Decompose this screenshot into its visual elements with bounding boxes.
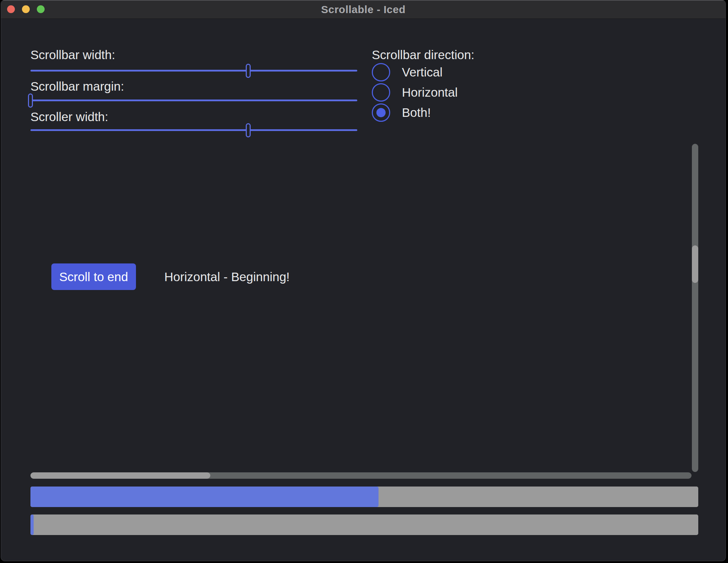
scroll-position-status: Horizontal - Beginning! xyxy=(164,263,290,290)
horizontal-progress-bar xyxy=(30,487,698,507)
scrollbar-direction-label: Scrollbar direction: xyxy=(372,47,474,63)
scrollbar-margin-label: Scrollbar margin: xyxy=(30,79,124,94)
slider-rail xyxy=(30,70,357,72)
radio-both[interactable]: Both! xyxy=(372,103,458,122)
window-content: Scrollbar width: Scrollbar margin: Scrol… xyxy=(1,19,726,561)
radio-vertical[interactable]: Vertical xyxy=(372,63,458,81)
slider-handle[interactable] xyxy=(246,123,251,137)
window-titlebar: Scrollable - Iced xyxy=(1,0,726,19)
horizontal-scrollbar[interactable] xyxy=(30,472,692,479)
scrollbar-width-slider[interactable] xyxy=(30,63,357,79)
scroll-to-end-button[interactable]: Scroll to end xyxy=(51,263,136,290)
radio-label[interactable]: Both! xyxy=(402,106,431,120)
radio-label[interactable]: Horizontal xyxy=(402,85,458,99)
slider-rail xyxy=(30,99,357,101)
vertical-scrollbar[interactable] xyxy=(692,144,698,472)
window-title: Scrollable - Iced xyxy=(1,0,726,18)
progress-fill xyxy=(30,487,379,507)
scroller-width-slider[interactable] xyxy=(30,122,357,138)
radio-circle-icon[interactable] xyxy=(372,83,390,102)
scrollbar-width-label: Scrollbar width: xyxy=(30,47,115,63)
radio-circle-icon[interactable] xyxy=(372,103,390,122)
slider-rail xyxy=(30,129,357,131)
slider-handle[interactable] xyxy=(246,64,251,78)
app-window: Scrollable - Iced Scrollbar width: Scrol… xyxy=(1,0,726,561)
radio-label[interactable]: Vertical xyxy=(402,65,443,79)
radio-selected-dot xyxy=(376,108,386,117)
slider-handle[interactable] xyxy=(28,93,33,108)
radio-horizontal[interactable]: Horizontal xyxy=(372,83,458,102)
progress-fill xyxy=(30,514,34,535)
radio-circle-icon[interactable] xyxy=(372,63,390,81)
vertical-scrollbar-thumb[interactable] xyxy=(692,245,698,283)
scrollbar-direction-group: Vertical Horizontal Both! xyxy=(372,63,458,124)
horizontal-scrollbar-thumb[interactable] xyxy=(30,472,210,479)
scrollbar-margin-slider[interactable] xyxy=(30,92,357,109)
vertical-progress-bar xyxy=(30,514,698,535)
